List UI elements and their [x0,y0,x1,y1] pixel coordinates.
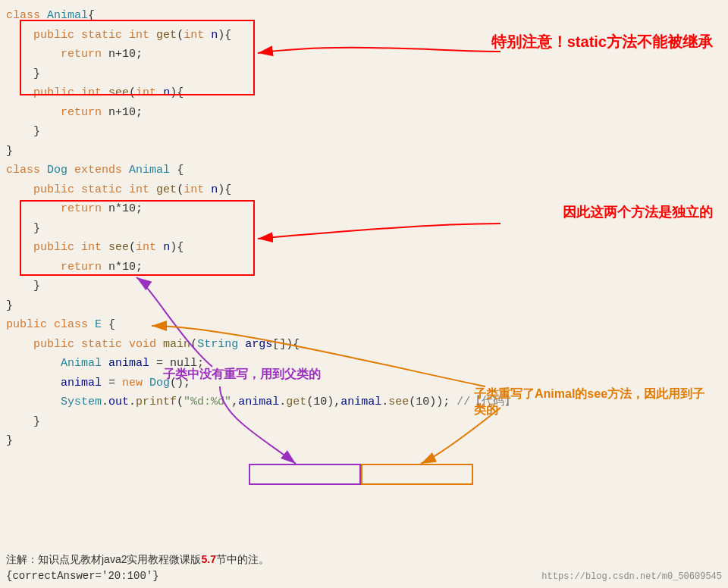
code-line-17: public class E { [0,315,728,335]
code-line-9: class Dog extends Animal { [0,161,728,180]
code-line-10: public static int get(int n){ [0,180,728,200]
footer-version: 5.7 [201,553,215,565]
label-independent-methods: 因此这两个方法是独立的 [563,203,713,221]
code-line-6: return n+10; [0,103,728,123]
code-line-19: Animal animal = null; [0,354,728,374]
code-line-8: } [0,142,728,161]
orange-box-animal-see-call [361,464,473,485]
footer-note: 注解：知识点见教材java2实用教程微课版5.7节中的注。 [6,553,269,567]
code-line-18: public static void main(String args[]){ [0,335,728,355]
footer-answer: {correctAnswer='20:100'} [6,570,159,582]
footer-url: https://blog.csdn.net/m0_50609545 [541,571,722,582]
code-line-23: } [0,431,728,451]
purple-box-animal-get-call [249,464,361,485]
red-box-animal-get [20,20,255,95]
code-line-15: } [0,277,728,296]
label-static-cannot-inherit: 特别注意！static方法不能被继承 [491,32,713,52]
label-no-override-use-parent: 子类中没有重写，用到父类的 [163,367,321,383]
label-override-use-child: 子类重写了Animal的see方法，因此用到子类的 [474,386,717,418]
code-line-16: } [0,296,728,316]
red-box-dog-get [20,200,255,276]
code-line-7: } [0,122,728,142]
